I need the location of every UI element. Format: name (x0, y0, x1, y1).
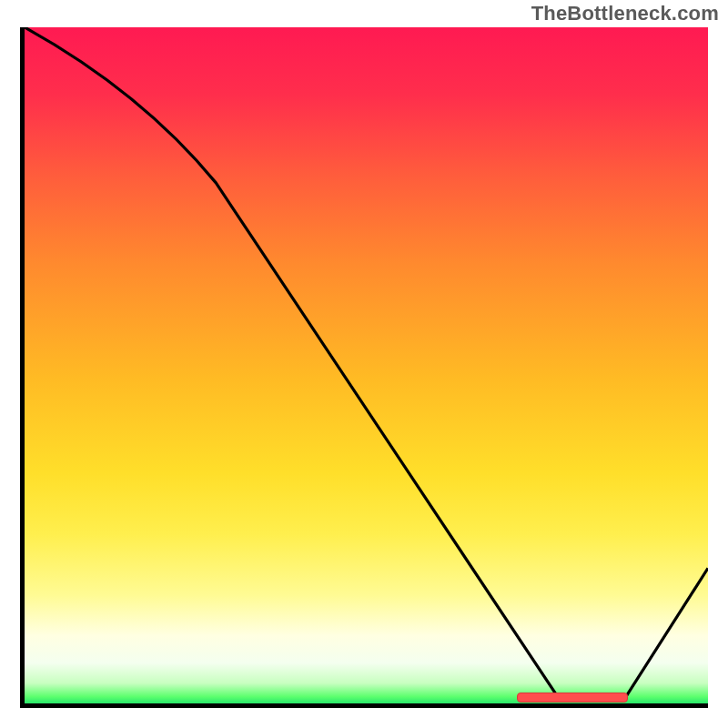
plot-area (20, 27, 708, 708)
highlight-marker (517, 693, 628, 703)
watermark-text: TheBottleneck.com (531, 2, 719, 25)
chart-frame: TheBottleneck.com (0, 0, 728, 728)
line-layer (25, 27, 708, 703)
chart-line (25, 27, 708, 697)
